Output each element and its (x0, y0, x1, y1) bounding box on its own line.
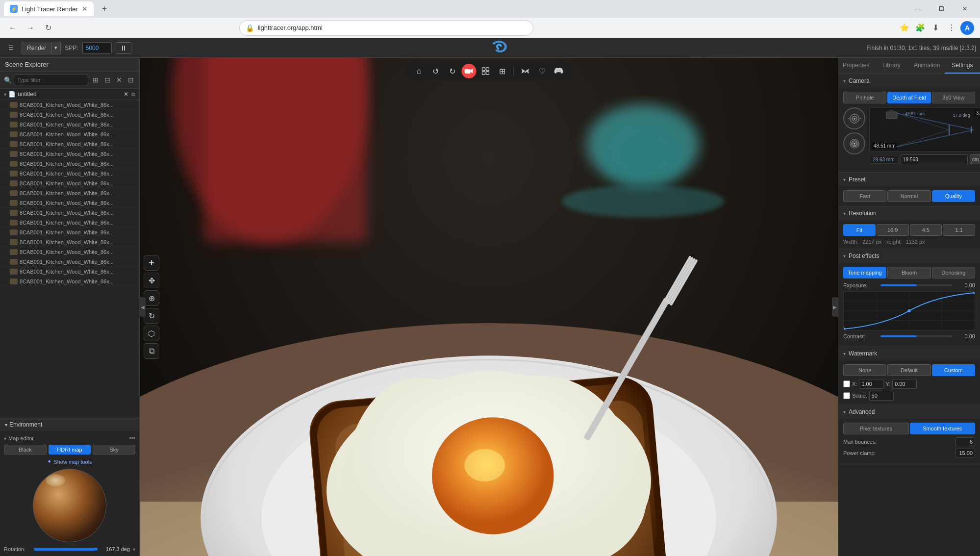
res-169-btn[interactable]: 16:9 (877, 224, 909, 236)
rotation-slider[interactable] (34, 548, 98, 551)
browser-tab[interactable]: ⚡ Light Tracer Render ✕ (4, 1, 94, 16)
vp-undo-btn[interactable]: ↺ (428, 64, 443, 78)
post-effects-header[interactable]: ▾ Post effects (838, 249, 980, 263)
scene-root-dupe[interactable]: ⧉ (131, 91, 135, 98)
collapse-right-panel-btn[interactable]: ▶ (832, 297, 838, 317)
bookmark-btn[interactable]: ⭐ (898, 21, 911, 35)
scene-root-delete[interactable]: ✕ (124, 91, 128, 98)
item-delete-btn[interactable]: ✕ (122, 101, 128, 108)
profile-avatar[interactable]: A (960, 21, 974, 35)
spp-input[interactable] (82, 42, 112, 54)
map-type-black-btn[interactable]: Black (4, 445, 47, 455)
tab-properties[interactable]: Properties (838, 58, 874, 74)
watermark-scale-input[interactable] (869, 391, 894, 401)
tone-curve-editor[interactable] (843, 291, 975, 330)
cam-mode-dof-btn[interactable]: Depth of Field (887, 92, 930, 103)
cam-mode-pinhole-btn[interactable]: Pinhole (843, 92, 886, 103)
list-item[interactable]: 8CAB001_Kitchen_Wood_White_86x... (0, 208, 139, 218)
nav-refresh-btn[interactable]: ↻ (41, 21, 55, 35)
max-bounces-input[interactable] (955, 437, 975, 446)
list-item[interactable]: 8CAB001_Kitchen_Wood_White_86x... (0, 129, 139, 139)
tab-library[interactable]: Library (874, 58, 909, 74)
more-options-btn[interactable]: ⋮ (945, 21, 958, 35)
item-dupe-btn[interactable]: ⧉ (129, 101, 136, 108)
camera-section-header[interactable]: ▾ Camera (838, 74, 980, 88)
resolution-section-header[interactable]: ▾ Resolution (838, 206, 980, 220)
tool-copy-btn[interactable]: ⧉ (144, 343, 159, 359)
tool-select-btn[interactable]: ✥ (144, 273, 159, 288)
tab-close-btn[interactable]: ✕ (82, 5, 88, 13)
vp-home-btn[interactable]: ⌂ (412, 64, 427, 78)
preset-fast-btn[interactable]: Fast (843, 190, 886, 202)
watermark-scale-checkbox[interactable] (843, 392, 850, 399)
tool-transform-btn[interactable]: ⬡ (144, 326, 159, 341)
tool-rotate-btn[interactable]: ↻ (144, 308, 159, 324)
vp-view-btn[interactable] (478, 64, 493, 78)
vp-redo-btn[interactable]: ↻ (445, 64, 460, 78)
render-btn[interactable]: Render (22, 42, 51, 54)
map-editor-options-btn[interactable]: ••• (129, 435, 135, 442)
list-item[interactable]: 8CAB001_Kitchen_Wood_White_86x... (0, 149, 139, 159)
list-item[interactable]: 8CAB001_Kitchen_Wood_White_86x... (0, 120, 139, 129)
nav-back-btn[interactable]: ← (6, 21, 20, 35)
preset-normal-btn[interactable]: Normal (887, 190, 930, 202)
effect-denoising-btn[interactable]: Denoising (932, 267, 975, 278)
viewport[interactable]: ⌂ ↺ ↻ ⊞ ♡ + (140, 58, 838, 556)
win-maximize-btn[interactable]: ⧠ (930, 1, 953, 17)
vp-fly-btn[interactable] (518, 64, 533, 78)
watermark-checkbox[interactable] (843, 380, 850, 387)
vp-heart-btn[interactable]: ♡ (535, 64, 550, 78)
scene-view-btn-1[interactable]: ⊞ (90, 75, 101, 85)
list-item[interactable]: 8CAB001_Kitchen_Wood_White_86x... (0, 110, 139, 120)
list-item[interactable]: 8CAB001_Kitchen_Wood_White_86x... (0, 237, 139, 247)
preset-section-header[interactable]: ▾ Preset (838, 173, 980, 186)
win-close-btn[interactable]: ✕ (954, 1, 976, 17)
rotation-dropdown-arrow[interactable]: ▾ (133, 547, 135, 552)
exposure-slider[interactable] (880, 284, 953, 286)
map-type-hdri-btn[interactable]: HDRI map (49, 445, 91, 455)
hamburger-menu-btn[interactable]: ☰ (4, 41, 18, 55)
res-fit-btn[interactable]: Fit (843, 224, 876, 236)
focal-unit-select[interactable]: cm mm m (970, 154, 980, 164)
list-item[interactable]: 8CAB001_Kitchen_Wood_White_86x... (0, 188, 139, 198)
watermark-none-btn[interactable]: None (843, 364, 886, 376)
scene-add-btn[interactable]: ✕ (114, 75, 125, 85)
pixel-textures-btn[interactable]: Pixel textures (843, 423, 909, 434)
new-tab-btn[interactable]: + (98, 2, 111, 16)
pause-btn[interactable]: ⏸ (116, 42, 131, 54)
advanced-section-header[interactable]: ▾ Advanced (838, 405, 980, 419)
list-item[interactable]: 8CAB001_Kitchen_Wood_White_86x... (0, 227, 139, 237)
collapse-left-panel-btn[interactable]: ◀ (140, 297, 146, 317)
list-item[interactable]: 8CAB001_Kitchen_Wood_White_86x... (0, 178, 139, 188)
vp-discord-btn[interactable] (552, 64, 566, 78)
scene-options-btn[interactable]: ⊡ (126, 75, 136, 85)
list-item[interactable]: 8CAB001_Kitchen_Wood_White_86x... (0, 139, 139, 149)
list-item[interactable]: 8CAB001_Kitchen_Wood_White_86x... (0, 198, 139, 208)
vp-grid-btn[interactable]: ⊞ (495, 64, 510, 78)
watermark-x-input[interactable] (859, 379, 883, 389)
watermark-section-header[interactable]: ▾ Watermark (838, 347, 980, 360)
list-item[interactable]: 8CAB001_Kitchen_Wood_White_86x... (0, 218, 139, 227)
watermark-default-btn[interactable]: Default (887, 364, 930, 376)
tool-add-btn[interactable]: + (144, 255, 159, 271)
smooth-textures-btn[interactable]: Smooth textures (910, 423, 976, 434)
map-type-sky-btn[interactable]: Sky (93, 445, 135, 455)
render-dropdown-arrow-btn[interactable]: ▾ (51, 42, 61, 54)
list-item[interactable]: 8CAB001_Kitchen_Wood_White_86x... (0, 169, 139, 178)
res-11-btn[interactable]: 1:1 (943, 224, 975, 236)
cam-mode-360-btn[interactable]: 360 View (932, 92, 975, 103)
scene-filter-input[interactable] (14, 75, 88, 85)
tool-scale-btn[interactable]: ⊕ (144, 290, 159, 306)
scene-view-btn-2[interactable]: ⊟ (102, 75, 113, 85)
preset-quality-btn[interactable]: Quality (932, 190, 975, 202)
res-45-btn[interactable]: 4:5 (910, 224, 942, 236)
watermark-custom-btn[interactable]: Custom (932, 364, 975, 376)
list-item[interactable]: 8CAB001_Kitchen_Wood_White_86x... (0, 277, 139, 286)
download-btn[interactable]: ⬇ (929, 21, 943, 35)
list-item[interactable]: 8CAB001_Kitchen_Wood_White_86x... (0, 159, 139, 169)
focal-length-input[interactable] (901, 154, 968, 164)
effect-tonemapping-btn[interactable]: Tone mapping (843, 267, 886, 278)
environment-header[interactable]: ▾ Environment (0, 418, 139, 431)
address-bar[interactable]: 🔒 lighttracer.org/app.html (239, 20, 533, 36)
show-map-tools-btn[interactable]: ✦ Show map tools (4, 458, 135, 465)
